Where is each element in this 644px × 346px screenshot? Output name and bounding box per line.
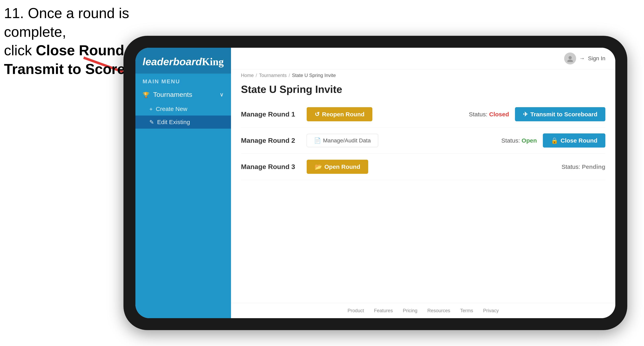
refresh-icon: ↺ — [315, 111, 320, 118]
round-row-2: Manage Round 2 📄 Manage/Audit Data Statu… — [241, 128, 605, 154]
round-1-right: Status: Closed ✈ Transmit to Scoreboard — [469, 107, 605, 121]
sidebar: leaderboardKing MAIN MENU Tournaments ∨ … — [136, 48, 231, 318]
reopen-round-button[interactable]: ↺ Reopen Round — [307, 107, 372, 121]
page-title: State U Spring Invite — [231, 81, 615, 101]
close-round-label: Close Round — [560, 137, 598, 144]
create-new-label: Create New — [156, 106, 187, 112]
top-bar: → Sign In — [231, 48, 615, 69]
round-1-left: Manage Round 1 ↺ Reopen Round — [241, 107, 372, 121]
main-menu-label: MAIN MENU — [136, 74, 231, 87]
round-2-label: Manage Round 2 — [241, 137, 301, 144]
close-round-button[interactable]: 🔒 Close Round — [543, 133, 605, 148]
manage-audit-label: Manage/Audit Data — [323, 137, 371, 144]
transmit-to-scoreboard-button[interactable]: ✈ Transmit to Scoreboard — [515, 107, 605, 121]
app-logo: leaderboardKing — [142, 56, 224, 68]
sign-in-area[interactable]: → Sign In — [564, 52, 605, 64]
footer-resources[interactable]: Resources — [427, 308, 450, 313]
open-round-button[interactable]: 📂 Open Round — [307, 160, 368, 174]
footer-features[interactable]: Features — [374, 308, 393, 313]
round-2-right: Status: Open 🔒 Close Round — [502, 133, 605, 148]
app-container: leaderboardKing MAIN MENU Tournaments ∨ … — [136, 48, 615, 318]
lock-icon: 🔒 — [551, 137, 558, 144]
tablet-frame: leaderboardKing MAIN MENU Tournaments ∨ … — [124, 36, 627, 330]
sidebar-subitem-edit-existing[interactable]: Edit Existing — [136, 116, 231, 129]
footer-privacy[interactable]: Privacy — [483, 308, 499, 313]
sidebar-item-tournaments[interactable]: Tournaments ∨ — [136, 87, 231, 102]
sidebar-item-tournaments-label: Tournaments — [153, 91, 192, 98]
reopen-round-label: Reopen Round — [322, 111, 364, 118]
transmit-label: Transmit to Scoreboard — [530, 111, 598, 118]
edit-icon — [149, 119, 154, 126]
footer: Product Features Pricing Resources Terms… — [231, 303, 615, 318]
edit-existing-label: Edit Existing — [157, 119, 190, 126]
svg-point-2 — [568, 56, 572, 59]
doc-icon: 📄 — [314, 137, 321, 144]
manage-audit-button[interactable]: 📄 Manage/Audit Data — [307, 134, 378, 147]
logo-area: leaderboardKing — [136, 48, 231, 74]
signin-arrow-icon: → — [579, 55, 585, 62]
send-icon: ✈ — [523, 111, 528, 118]
chevron-down-icon: ∨ — [220, 91, 224, 98]
main-content: → Sign In Home / Tournaments / State U S… — [231, 48, 615, 318]
trophy-icon — [142, 91, 150, 98]
avatar — [564, 52, 576, 64]
footer-terms[interactable]: Terms — [460, 308, 473, 313]
footer-product[interactable]: Product — [348, 308, 364, 313]
round-2-left: Manage Round 2 📄 Manage/Audit Data — [241, 134, 378, 147]
breadcrumb-sep1: / — [256, 73, 257, 78]
breadcrumb-sep2: / — [288, 73, 290, 78]
breadcrumb: Home / Tournaments / State U Spring Invi… — [231, 69, 615, 81]
round-1-status-label: Status: Closed — [469, 111, 509, 118]
rounds-area: Manage Round 1 ↺ Reopen Round Status: Cl… — [231, 101, 615, 303]
round-3-status-value: Pending — [582, 164, 605, 170]
sign-in-label: Sign In — [588, 55, 605, 62]
svg-point-3 — [567, 60, 573, 62]
round-1-status-value: Closed — [489, 111, 509, 118]
tablet-screen: leaderboardKing MAIN MENU Tournaments ∨ … — [136, 48, 615, 318]
round-row-1: Manage Round 1 ↺ Reopen Round Status: Cl… — [241, 101, 605, 128]
round-3-left: Manage Round 3 📂 Open Round — [241, 160, 368, 174]
plus-icon — [149, 106, 152, 112]
footer-pricing[interactable]: Pricing — [403, 308, 418, 313]
breadcrumb-current: State U Spring Invite — [292, 73, 336, 78]
round-2-status-value: Open — [522, 137, 537, 144]
breadcrumb-home[interactable]: Home — [241, 73, 254, 78]
folder-icon: 📂 — [315, 163, 322, 170]
open-round-label: Open Round — [324, 164, 360, 170]
sidebar-subitem-create-new[interactable]: Create New — [136, 102, 231, 116]
round-3-label: Manage Round 3 — [241, 163, 301, 171]
round-row-3: Manage Round 3 📂 Open Round Status: Pend… — [241, 154, 605, 180]
round-3-right: Status: Pending — [562, 164, 605, 170]
round-1-label: Manage Round 1 — [241, 110, 301, 118]
round-2-status-label: Status: Open — [502, 137, 537, 144]
breadcrumb-tournaments[interactable]: Tournaments — [259, 73, 287, 78]
round-3-status-label: Status: Pending — [562, 164, 605, 170]
